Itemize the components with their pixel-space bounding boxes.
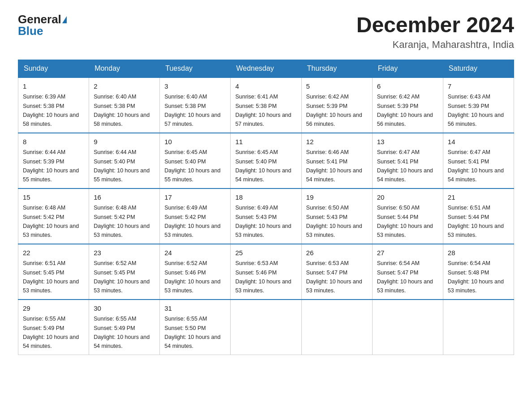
calendar-cell: 20Sunrise: 6:50 AMSunset: 5:44 PMDayligh… <box>372 188 443 244</box>
day-info: Sunrise: 6:52 AMSunset: 5:45 PMDaylight:… <box>94 260 150 294</box>
calendar-cell: 30Sunrise: 6:55 AMSunset: 5:49 PMDayligh… <box>89 300 160 355</box>
day-info: Sunrise: 6:44 AMSunset: 5:40 PMDaylight:… <box>94 149 150 183</box>
day-info: Sunrise: 6:55 AMSunset: 5:50 PMDaylight:… <box>164 316 220 349</box>
day-info: Sunrise: 6:50 AMSunset: 5:44 PMDaylight:… <box>377 205 433 238</box>
header-right: December 2024 Karanja, Maharashtra, Indi… <box>356 13 514 51</box>
month-title: December 2024 <box>356 13 514 37</box>
logo: General Blue <box>18 13 67 37</box>
calendar-cell: 12Sunrise: 6:46 AMSunset: 5:41 PMDayligh… <box>301 133 372 188</box>
calendar-cell: 7Sunrise: 6:43 AMSunset: 5:39 PMDaylight… <box>443 77 514 133</box>
calendar-week-row: 29Sunrise: 6:55 AMSunset: 5:49 PMDayligh… <box>18 300 514 355</box>
day-number: 3 <box>164 81 226 92</box>
calendar-cell <box>443 300 514 355</box>
day-number: 14 <box>448 137 509 147</box>
day-info: Sunrise: 6:48 AMSunset: 5:42 PMDaylight:… <box>23 205 79 238</box>
calendar-cell: 18Sunrise: 6:49 AMSunset: 5:43 PMDayligh… <box>231 188 301 244</box>
calendar-cell: 15Sunrise: 6:48 AMSunset: 5:42 PMDayligh… <box>18 188 89 244</box>
day-number: 18 <box>235 193 296 203</box>
calendar-cell: 5Sunrise: 6:42 AMSunset: 5:39 PMDaylight… <box>301 77 372 133</box>
day-number: 17 <box>164 193 226 203</box>
calendar-cell: 31Sunrise: 6:55 AMSunset: 5:50 PMDayligh… <box>160 300 231 355</box>
day-number: 1 <box>23 81 84 92</box>
calendar-cell <box>372 300 443 355</box>
day-number: 26 <box>306 248 368 258</box>
calendar-cell: 19Sunrise: 6:50 AMSunset: 5:43 PMDayligh… <box>301 188 372 244</box>
day-number: 12 <box>306 137 368 147</box>
calendar-cell: 22Sunrise: 6:51 AMSunset: 5:45 PMDayligh… <box>18 244 89 300</box>
day-info: Sunrise: 6:53 AMSunset: 5:47 PMDaylight:… <box>306 260 362 294</box>
calendar-cell: 21Sunrise: 6:51 AMSunset: 5:44 PMDayligh… <box>443 188 514 244</box>
day-info: Sunrise: 6:41 AMSunset: 5:38 PMDaylight:… <box>235 94 291 127</box>
day-number: 2 <box>94 81 155 92</box>
weekday-header-friday: Friday <box>372 60 443 77</box>
calendar-cell: 16Sunrise: 6:48 AMSunset: 5:42 PMDayligh… <box>89 188 160 244</box>
day-info: Sunrise: 6:55 AMSunset: 5:49 PMDaylight:… <box>94 316 150 349</box>
day-info: Sunrise: 6:43 AMSunset: 5:39 PMDaylight:… <box>448 94 504 127</box>
calendar-cell: 13Sunrise: 6:47 AMSunset: 5:41 PMDayligh… <box>372 133 443 188</box>
day-info: Sunrise: 6:40 AMSunset: 5:38 PMDaylight:… <box>164 94 220 127</box>
calendar-cell <box>301 300 372 355</box>
calendar-cell: 3Sunrise: 6:40 AMSunset: 5:38 PMDaylight… <box>160 77 231 133</box>
day-info: Sunrise: 6:39 AMSunset: 5:38 PMDaylight:… <box>23 94 79 127</box>
calendar-week-row: 22Sunrise: 6:51 AMSunset: 5:45 PMDayligh… <box>18 244 514 300</box>
day-number: 25 <box>235 248 296 258</box>
calendar-cell: 9Sunrise: 6:44 AMSunset: 5:40 PMDaylight… <box>89 133 160 188</box>
day-number: 21 <box>448 193 509 203</box>
calendar-cell: 23Sunrise: 6:52 AMSunset: 5:45 PMDayligh… <box>89 244 160 300</box>
day-number: 20 <box>377 193 438 203</box>
day-number: 24 <box>164 248 226 258</box>
weekday-header-wednesday: Wednesday <box>231 60 301 77</box>
day-number: 30 <box>94 304 155 314</box>
location: Karanja, Maharashtra, India <box>356 39 514 51</box>
logo-blue-text: Blue <box>18 24 43 38</box>
day-number: 15 <box>23 193 84 203</box>
day-number: 5 <box>306 81 368 92</box>
day-number: 8 <box>23 137 84 147</box>
day-number: 23 <box>94 248 155 258</box>
calendar-cell: 17Sunrise: 6:49 AMSunset: 5:42 PMDayligh… <box>160 188 231 244</box>
day-info: Sunrise: 6:42 AMSunset: 5:39 PMDaylight:… <box>306 94 362 127</box>
weekday-header-tuesday: Tuesday <box>160 60 231 77</box>
day-number: 29 <box>23 304 84 314</box>
day-info: Sunrise: 6:46 AMSunset: 5:41 PMDaylight:… <box>306 149 362 183</box>
weekday-header-sunday: Sunday <box>18 60 89 77</box>
day-info: Sunrise: 6:50 AMSunset: 5:43 PMDaylight:… <box>306 205 362 238</box>
day-info: Sunrise: 6:47 AMSunset: 5:41 PMDaylight:… <box>377 149 433 183</box>
day-info: Sunrise: 6:45 AMSunset: 5:40 PMDaylight:… <box>164 149 220 183</box>
weekday-header-saturday: Saturday <box>443 60 514 77</box>
day-info: Sunrise: 6:49 AMSunset: 5:43 PMDaylight:… <box>235 205 291 238</box>
calendar-cell: 28Sunrise: 6:54 AMSunset: 5:48 PMDayligh… <box>443 244 514 300</box>
weekday-header-row: SundayMondayTuesdayWednesdayThursdayFrid… <box>18 60 514 77</box>
calendar-cell <box>231 300 301 355</box>
calendar-cell: 29Sunrise: 6:55 AMSunset: 5:49 PMDayligh… <box>18 300 89 355</box>
page-header: General Blue December 2024 Karanja, Maha… <box>18 13 514 51</box>
day-info: Sunrise: 6:45 AMSunset: 5:40 PMDaylight:… <box>235 149 291 183</box>
day-number: 27 <box>377 248 438 258</box>
day-number: 10 <box>164 137 226 147</box>
calendar-cell: 11Sunrise: 6:45 AMSunset: 5:40 PMDayligh… <box>231 133 301 188</box>
calendar-cell: 10Sunrise: 6:45 AMSunset: 5:40 PMDayligh… <box>160 133 231 188</box>
day-info: Sunrise: 6:48 AMSunset: 5:42 PMDaylight:… <box>94 205 150 238</box>
calendar-cell: 24Sunrise: 6:52 AMSunset: 5:46 PMDayligh… <box>160 244 231 300</box>
weekday-header-monday: Monday <box>89 60 160 77</box>
logo-triangle-icon <box>62 16 67 23</box>
day-number: 9 <box>94 137 155 147</box>
day-number: 31 <box>164 304 226 314</box>
day-info: Sunrise: 6:42 AMSunset: 5:39 PMDaylight:… <box>377 94 433 127</box>
day-info: Sunrise: 6:55 AMSunset: 5:49 PMDaylight:… <box>23 316 79 349</box>
calendar-cell: 8Sunrise: 6:44 AMSunset: 5:39 PMDaylight… <box>18 133 89 188</box>
day-info: Sunrise: 6:52 AMSunset: 5:46 PMDaylight:… <box>164 260 220 294</box>
day-number: 19 <box>306 193 368 203</box>
calendar-cell: 25Sunrise: 6:53 AMSunset: 5:46 PMDayligh… <box>231 244 301 300</box>
calendar-table: SundayMondayTuesdayWednesdayThursdayFrid… <box>18 60 514 355</box>
day-number: 28 <box>448 248 509 258</box>
day-number: 7 <box>448 81 509 92</box>
calendar-week-row: 8Sunrise: 6:44 AMSunset: 5:39 PMDaylight… <box>18 133 514 188</box>
day-number: 13 <box>377 137 438 147</box>
day-info: Sunrise: 6:51 AMSunset: 5:45 PMDaylight:… <box>23 260 79 294</box>
day-info: Sunrise: 6:53 AMSunset: 5:46 PMDaylight:… <box>235 260 291 294</box>
day-info: Sunrise: 6:44 AMSunset: 5:39 PMDaylight:… <box>23 149 79 183</box>
calendar-cell: 14Sunrise: 6:47 AMSunset: 5:41 PMDayligh… <box>443 133 514 188</box>
day-number: 22 <box>23 248 84 258</box>
day-number: 6 <box>377 81 438 92</box>
